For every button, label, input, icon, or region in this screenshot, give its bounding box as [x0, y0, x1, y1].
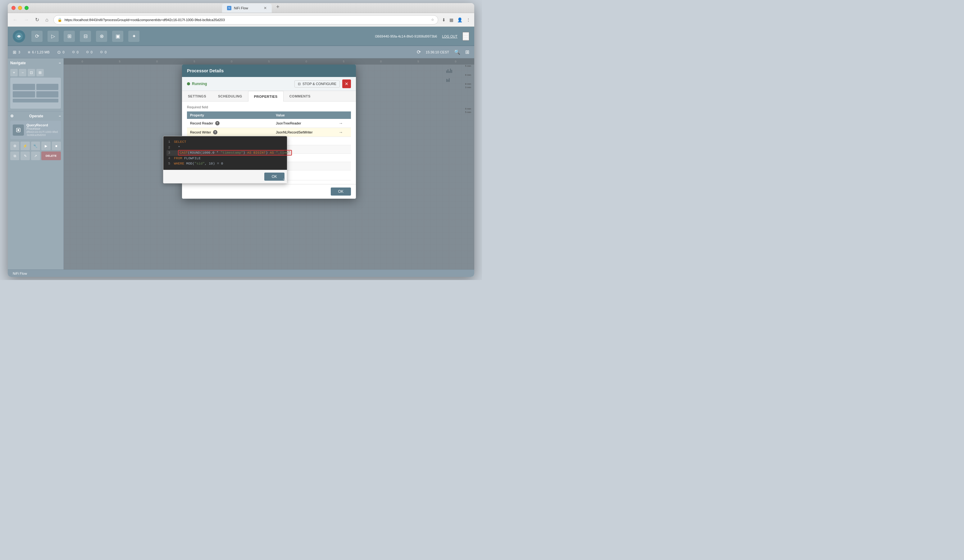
nifi-toolbar-icons: ⟳ ▷ ⊞ ⊟ ⊗ ▣ ✦ — [31, 31, 140, 42]
help-icon[interactable]: ? — [215, 121, 220, 125]
forward-button[interactable]: → — [23, 16, 30, 24]
extra-icon-2: ⊙ — [86, 50, 89, 54]
tab-title: NiFi Flow — [234, 6, 248, 10]
play-op-btn[interactable]: ▶ — [41, 141, 50, 150]
link-op-btn[interactable]: ↗ — [31, 151, 40, 160]
status-extra-3: ⊙ 0 — [100, 50, 106, 54]
tab-properties[interactable]: PROPERTIES — [248, 91, 283, 102]
zoom-in-button[interactable]: + — [10, 69, 18, 76]
tab-settings[interactable]: SETTINGS — [182, 91, 212, 101]
help-icon[interactable]: ? — [213, 130, 217, 135]
grid-toggle-button[interactable]: ⊞ — [36, 69, 44, 76]
processors-status: ⊞ 3 — [13, 50, 20, 55]
dialog-header: Processor Details — [182, 65, 356, 77]
navigate-collapse[interactable]: − — [59, 61, 61, 65]
status-extra-1: ⊙ 0 — [72, 50, 78, 54]
url-bar[interactable]: 🔒 https://localhost:8443/nifi/?processGr… — [54, 15, 438, 24]
processor-info: QueryRecord Processor df942c16-017f-1000… — [26, 123, 59, 136]
wrench-op-btn[interactable]: 🔧 — [31, 141, 40, 150]
resize-handle[interactable]: ⤡ — [283, 178, 286, 182]
extensions-icon[interactable]: ▦ — [449, 17, 453, 22]
mini-block-4 — [36, 91, 59, 97]
link-arrow-icon[interactable]: → — [339, 130, 343, 135]
navigate-preview — [10, 78, 61, 109]
data-icon: ≡ — [28, 50, 30, 55]
zoom-out-button[interactable]: − — [19, 69, 26, 76]
input-icon[interactable]: ⊞ — [64, 31, 75, 42]
url-text: https://localhost:8443/nifi/?processGrou… — [65, 18, 225, 22]
group-icon[interactable]: ⊟ — [80, 31, 91, 42]
line-num-3: 3 — [166, 150, 170, 156]
menu-icon[interactable]: ⋮ — [466, 17, 471, 22]
template-icon[interactable]: ✦ — [128, 31, 140, 42]
reload-button[interactable]: ↻ — [34, 16, 41, 24]
copy-op-btn[interactable]: ⧉ — [10, 151, 19, 160]
maximize-button[interactable] — [24, 6, 29, 10]
sql-code-5: WHERE MOD("sid", 10) = 0 — [174, 161, 223, 167]
mini-block-1 — [13, 84, 35, 90]
prop-value-cell[interactable]: JsonNLRecordSetWriter — [273, 128, 335, 137]
back-button[interactable]: ← — [11, 16, 19, 24]
refresh-icon-status[interactable]: ⟳ — [417, 49, 421, 55]
profile-icon[interactable]: 👤 — [457, 17, 462, 22]
operate-collapse[interactable]: − — [59, 114, 61, 118]
tab-comments[interactable]: COMMENTS — [283, 91, 316, 101]
table-row: Record Reader ? JsonTreeReader → — [187, 119, 351, 128]
settings-op-btn[interactable]: ⚙ — [10, 141, 19, 150]
prop-action-cell — [335, 145, 351, 154]
stop-op-btn[interactable]: ■ — [52, 141, 61, 150]
line-num-2: 2 — [166, 145, 170, 151]
stop-configure-button[interactable]: ⊡ STOP & CONFIGURE — [295, 80, 340, 88]
navigate-label: Navigate — [10, 61, 26, 65]
home-button[interactable]: ⌂ — [44, 16, 50, 24]
funnel-icon[interactable]: ⊗ — [96, 31, 107, 42]
nifi-topbar-right: l3669440-95fa-4c14-8fe0-91806d9973b6 LOG… — [375, 32, 469, 41]
address-bar: ← → ↻ ⌂ 🔒 https://localhost:8443/nifi/?p… — [8, 13, 474, 27]
sql-code-3: CAST(ROUND(1000.0 * "timestamp") AS BIGI… — [174, 150, 292, 156]
sql-editor[interactable]: 1 SELECT 2 * 3 CAST(ROUND(1000.0 * "time… — [163, 136, 287, 170]
refresh-icon[interactable]: ⟳ — [31, 31, 42, 42]
dialog-close-button[interactable]: ✕ — [342, 80, 351, 88]
left-sidebar: Navigate − + − ⊡ ⊞ — [8, 58, 64, 269]
grid-icon[interactable]: ⊞ — [465, 49, 469, 55]
new-tab-button[interactable]: + — [276, 4, 280, 12]
link-arrow-icon[interactable]: → — [339, 121, 343, 126]
tab-close-button[interactable]: ✕ — [264, 6, 267, 10]
bookmark-icon[interactable]: ☆ — [431, 18, 434, 22]
sql-ok-button[interactable]: OK — [264, 173, 285, 181]
close-button[interactable] — [11, 6, 16, 10]
nifi-logo — [13, 30, 25, 42]
tab-scheduling[interactable]: SCHEDULING — [212, 91, 248, 101]
error-icon: ⊙ — [57, 50, 61, 55]
browser-tab[interactable]: N NiFi Flow ✕ — [222, 3, 272, 13]
prop-value-cell[interactable]: JsonTreeReader — [273, 119, 335, 128]
line-num-1: 1 — [166, 140, 170, 145]
bottom-bar: NiFi Flow — [8, 269, 474, 277]
search-icon[interactable]: 🔍 — [454, 49, 460, 55]
fit-button[interactable]: ⊡ — [28, 69, 35, 76]
navigate-section: Navigate − + − ⊡ ⊞ — [8, 58, 64, 112]
lightning-op-btn[interactable]: ⚡ — [21, 141, 29, 150]
main-ok-button[interactable]: OK — [331, 187, 351, 196]
label-icon[interactable]: ▣ — [112, 31, 123, 42]
edit-op-btn[interactable]: ✎ — [21, 151, 29, 160]
browser-window: N NiFi Flow ✕ + ← → ↻ ⌂ 🔒 https://localh… — [8, 3, 474, 277]
hamburger-menu[interactable]: ☰ — [462, 32, 469, 41]
minimize-button[interactable] — [18, 6, 22, 10]
processor-icon[interactable]: ▷ — [47, 31, 59, 42]
canvas-area[interactable]: 0 5 0 5 0 5 0 5 0 5 0 5 min — [64, 58, 474, 269]
sql-code-4: FROM FLOWFILE — [174, 156, 200, 161]
operate-label: Operate — [29, 114, 43, 118]
nifi-topbar: ⟳ ▷ ⊞ ⊟ ⊗ ▣ ✦ l3669440-95fa-4c14-8fe0-91… — [8, 27, 474, 46]
modal-backdrop: Processor Details Running ⊡ STOP & CONFI… — [64, 58, 474, 269]
main-content: Navigate − + − ⊡ ⊞ — [8, 58, 474, 269]
line-num-4: 4 — [166, 156, 170, 161]
delete-button[interactable]: DELETE — [41, 151, 61, 160]
sql-line-3: 3 CAST(ROUND(1000.0 * "timestamp") AS BI… — [166, 150, 284, 156]
running-dot — [187, 82, 190, 85]
download-icon[interactable]: ⬇ — [442, 17, 446, 22]
table-row: Record Writer ? JsonNLRecordSetWriter → — [187, 128, 351, 137]
logout-label[interactable]: LOG OUT — [442, 34, 458, 38]
sql-popup-footer: OK — [163, 170, 287, 183]
mini-block-2 — [36, 84, 59, 90]
